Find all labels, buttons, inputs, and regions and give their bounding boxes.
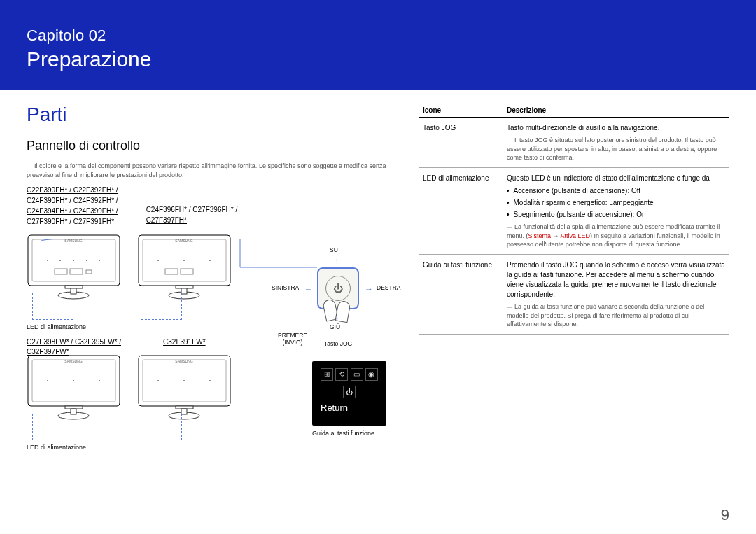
subsection-title: Pannello di controllo xyxy=(27,139,398,153)
page-content: Parti Pannello di controllo Il colore e … xyxy=(0,90,756,472)
table-row: Guida ai tasti funzione Premendo il tast… xyxy=(419,255,729,335)
jog-label-up: SU xyxy=(330,246,338,253)
cell-desc: Tasto multi-direzionale di ausilio alla … xyxy=(503,118,729,168)
svg-rect-11 xyxy=(65,286,83,288)
th-desc: Descrizione xyxy=(503,104,729,118)
menu-icon: ⊞ xyxy=(321,368,333,381)
monitor-icon: SAMSUNG xyxy=(27,234,121,300)
svg-point-6 xyxy=(59,260,61,261)
svg-point-4 xyxy=(73,260,74,261)
led-label: LED di alimentazione xyxy=(27,444,86,451)
svg-rect-31 xyxy=(65,406,83,409)
section-title: Parti xyxy=(27,104,398,126)
jog-label-right: DESTRA xyxy=(377,284,400,291)
svg-point-28 xyxy=(47,380,48,381)
table-row: Tasto JOG Tasto multi-direzionale di aus… xyxy=(419,118,729,168)
model-list-top: C22F390FH* / C22F392FH* / C24F390FH* / C… xyxy=(27,185,398,227)
loop-icon: ⟲ xyxy=(335,368,348,381)
svg-rect-40 xyxy=(176,406,193,409)
cell-icon: Guida ai tasti funzione xyxy=(419,255,503,335)
monitor-icon: SAMSUNG xyxy=(27,354,121,421)
cell-icon: Tasto JOG xyxy=(419,118,503,168)
svg-text:SAMSUNG: SAMSUNG xyxy=(64,359,82,363)
chapter-label: Capitolo 02 xyxy=(27,27,729,45)
svg-point-30 xyxy=(99,380,100,381)
arrow-right-icon: → xyxy=(365,284,373,294)
cell-desc: Questo LED è un indicatore di stato dell… xyxy=(503,168,729,255)
jog-dial-diagram: SU ↑ SINISTRA ← → DESTRA ↓ GIÙ PREMERE (… xyxy=(275,248,401,339)
function-key-guide-box: ⊞ ⟲ ▭ ◉ ⏻ Return xyxy=(312,361,386,426)
cell-icon: LED di alimentazione xyxy=(419,168,503,255)
diagram-area: SAMSUNG SAMSUNG xyxy=(27,234,398,472)
intro-note: Il colore e la forma dei componenti poss… xyxy=(27,162,398,179)
svg-point-3 xyxy=(47,260,48,261)
svg-point-37 xyxy=(158,380,159,381)
svg-point-7 xyxy=(86,260,88,261)
svg-point-38 xyxy=(183,380,185,381)
svg-rect-22 xyxy=(176,286,193,288)
jog-label-press: PREMERE (INVIO) xyxy=(272,332,314,346)
chapter-title: Preparazione xyxy=(27,48,729,71)
svg-rect-24 xyxy=(181,288,187,294)
th-icone: Icone xyxy=(419,104,503,118)
monitor-icon: SAMSUNG xyxy=(137,354,232,421)
led-label: LED di alimentazione xyxy=(27,323,86,330)
pip-icon: ▭ xyxy=(351,368,363,381)
eye-icon: ◉ xyxy=(365,368,378,381)
svg-text:SAMSUNG: SAMSUNG xyxy=(175,359,192,363)
left-column: Parti Pannello di controllo Il colore e … xyxy=(27,104,398,472)
svg-point-5 xyxy=(99,260,100,261)
right-column: Icone Descrizione Tasto JOG Tasto multi-… xyxy=(419,104,729,472)
svg-point-39 xyxy=(209,380,211,381)
page-number: 9 xyxy=(721,506,729,524)
arrow-down-icon: ↓ xyxy=(335,312,339,322)
monitor-icon: SAMSUNG xyxy=(137,234,232,300)
svg-point-18 xyxy=(183,260,185,261)
svg-text:SAMSUNG: SAMSUNG xyxy=(175,239,192,243)
svg-point-19 xyxy=(209,260,211,261)
svg-rect-42 xyxy=(181,409,187,414)
jog-label-left: SINISTRA xyxy=(272,284,299,291)
description-table: Icone Descrizione Tasto JOG Tasto multi-… xyxy=(419,104,729,335)
jog-label-name: Tasto JOG xyxy=(324,340,352,347)
jog-button-icon xyxy=(317,267,359,309)
svg-text:SAMSUNG: SAMSUNG xyxy=(64,239,82,243)
power-icon: ⏻ xyxy=(343,386,356,398)
table-row: LED di alimentazione Questo LED è un ind… xyxy=(419,168,729,255)
svg-point-29 xyxy=(73,380,74,381)
return-label: Return xyxy=(321,402,378,413)
jog-label-down: GIÙ xyxy=(330,323,340,330)
guide-label: Guida ai tasti funzione xyxy=(312,430,374,437)
arrow-left-icon: ← xyxy=(304,284,313,294)
arrow-up-icon: ↑ xyxy=(335,256,339,266)
svg-point-17 xyxy=(158,260,159,261)
chapter-header: Capitolo 02 Preparazione xyxy=(0,0,756,90)
cell-desc: Premendo il tasto JOG quando lo schermo … xyxy=(503,255,729,335)
